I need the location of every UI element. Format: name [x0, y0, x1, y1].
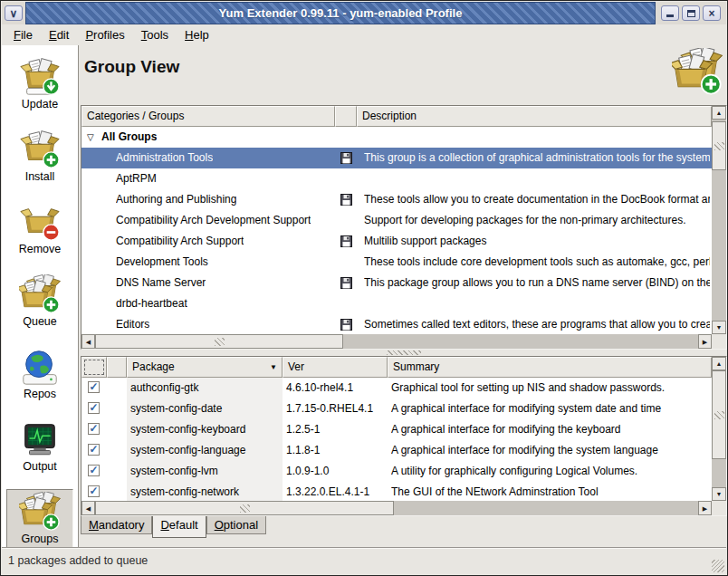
close-button[interactable]: × [703, 5, 721, 21]
group-tree-horizontal-scrollbar[interactable]: ◀ ▶ [81, 334, 712, 349]
group-row[interactable]: drbd-heartbeat [81, 293, 712, 314]
column-header-icon[interactable] [107, 357, 127, 378]
package-filter-tabs: Mandatory Default Optional [81, 516, 266, 538]
group-tree-body: ▽ All Groups Administration Tools This g… [81, 127, 712, 334]
menu-file[interactable]: File [5, 25, 41, 44]
package-row[interactable]: ✓ system-config-network 1.3.22.0.EL.4.1-… [81, 482, 712, 501]
scroll-left-icon[interactable]: ◀ [81, 501, 95, 515]
tab-mandatory[interactable]: Mandatory [81, 516, 152, 534]
update-box-icon [19, 57, 61, 97]
group-label: Development Tools [116, 252, 208, 273]
group-row[interactable]: DNS Name Server This package group allow… [81, 273, 712, 293]
menu-edit[interactable]: Edit [41, 25, 77, 44]
scroll-down-icon[interactable]: ▼ [712, 487, 726, 501]
check-icon: ✓ [89, 401, 98, 414]
group-view-queue-icon [672, 48, 723, 98]
groups-boxes-icon [19, 492, 61, 532]
check-icon: ✓ [89, 464, 98, 476]
group-row[interactable]: Editors Sometimes called text editors, t… [81, 314, 712, 334]
sidebar-item-groups[interactable]: Groups [6, 489, 73, 549]
package-row[interactable]: ✓ system-config-language 1.1.8-1 A graph… [81, 440, 712, 461]
sidebar-item-repos[interactable]: Repos [6, 344, 73, 404]
scroll-up-icon[interactable]: ▲ [712, 357, 726, 370]
scrollbar-thumb[interactable] [95, 501, 394, 515]
menu-profiles[interactable]: Profiles [77, 25, 132, 44]
check-icon: ✓ [89, 485, 98, 497]
package-summary: A graphical interface for modifying the … [391, 419, 708, 440]
scroll-left-icon[interactable]: ◀ [81, 334, 95, 349]
package-checkbox[interactable]: ✓ [88, 381, 100, 393]
sidebar-item-output[interactable]: Output [6, 417, 73, 476]
sidebar-item-label: Repos [24, 388, 56, 400]
package-checkbox[interactable]: ✓ [88, 444, 100, 456]
package-table-body: ✓ authconfig-gtk 4.6.10-rhel4.1 Graphica… [81, 378, 712, 501]
scroll-up-icon[interactable]: ▲ [712, 106, 726, 120]
pane-splitter[interactable] [81, 350, 727, 356]
column-header-categories-groups[interactable]: Categories / Groups [81, 106, 335, 127]
group-label: Compatibility Arch Development Support [116, 210, 311, 231]
group-row[interactable]: ▽ All Groups [81, 127, 712, 148]
install-box-icon [19, 130, 61, 169]
sort-descending-icon: ▼ [270, 364, 277, 371]
window-menu-icon: ∨ [10, 8, 18, 19]
sidebar-item-queue[interactable]: Queue [6, 272, 73, 331]
group-label: Administration Tools [116, 148, 213, 168]
app-window: ∨ Yum Extender 0.99.11 - yum-enabled Pro… [0, 0, 728, 576]
sidebar-item-label: Output [23, 460, 57, 473]
package-version: 1.7.15-0.RHEL4.1 [286, 398, 388, 419]
column-header-description[interactable]: Description [357, 106, 712, 127]
column-header-ver[interactable]: Ver [283, 357, 388, 378]
group-tree-vertical-scrollbar[interactable]: ▲ ▼ [712, 106, 726, 334]
package-table-vertical-scrollbar[interactable]: ▲ ▼ [712, 357, 726, 501]
package-name: system-config-lvm [130, 461, 279, 482]
package-checkbox[interactable]: ✓ [88, 402, 100, 414]
package-row[interactable]: ✓ system-config-date 1.7.15-0.RHEL4.1 A … [81, 398, 712, 419]
queue-boxes-icon [19, 274, 61, 314]
package-checkbox[interactable]: ✓ [88, 465, 100, 476]
group-label: Compatibility Arch Support [116, 231, 244, 252]
group-row[interactable]: Authoring and Publishing These tools all… [81, 189, 712, 210]
scroll-right-icon[interactable]: ▶ [698, 501, 712, 515]
expander-open-icon[interactable]: ▽ [87, 127, 94, 148]
sidebar-item-update[interactable]: Update [6, 54, 73, 114]
package-row[interactable]: ✓ system-config-lvm 1.0.9-1.0 A utility … [81, 461, 712, 482]
main-area: Group View Categories / Groups Descripti… [79, 45, 726, 547]
tab-default[interactable]: Default [152, 516, 206, 538]
resize-grip-icon[interactable] [712, 560, 724, 572]
package-table-horizontal-scrollbar[interactable]: ◀ ▶ [81, 501, 712, 515]
column-header-package[interactable]: Package▼ [127, 357, 283, 378]
group-row[interactable]: Compatibility Arch Development Support S… [81, 210, 712, 231]
menu-tools[interactable]: Tools [133, 25, 177, 44]
scroll-right-icon[interactable]: ▶ [698, 334, 712, 349]
column-header-checkbox[interactable] [81, 357, 107, 378]
group-row[interactable]: Compatibility Arch Support Multilib supp… [81, 231, 712, 252]
package-checkbox[interactable]: ✓ [88, 485, 100, 497]
package-checkbox[interactable]: ✓ [88, 423, 100, 435]
tab-optional[interactable]: Optional [206, 516, 266, 534]
package-row[interactable]: ✓ system-config-keyboard 1.2.5-1 A graph… [81, 419, 712, 440]
scrollbar-corner [712, 334, 726, 349]
package-row[interactable]: ✓ authconfig-gtk 4.6.10-rhel4.1 Graphica… [81, 378, 712, 398]
scrollbar-thumb[interactable] [95, 334, 343, 349]
package-name: system-config-keyboard [130, 419, 279, 440]
scrollbar-thumb[interactable] [712, 370, 726, 459]
floppy-disk-icon [340, 194, 352, 206]
close-icon: × [708, 8, 714, 19]
package-name: authconfig-gtk [130, 378, 279, 398]
scrollbar-thumb[interactable] [712, 121, 726, 170]
menu-help[interactable]: Help [177, 25, 217, 44]
group-row[interactable]: Development Tools These tools include co… [81, 252, 712, 273]
column-header-summary[interactable]: Summary [388, 357, 712, 378]
sidebar-item-remove[interactable]: Remove [6, 199, 73, 259]
group-row-selected[interactable]: Administration Tools This group is a col… [81, 148, 712, 168]
minimize-button[interactable] [661, 5, 679, 21]
package-name: system-config-network [130, 482, 279, 501]
window-menu-button[interactable]: ∨ [5, 5, 23, 21]
package-version: 4.6.10-rhel4.1 [286, 378, 388, 398]
scroll-down-icon[interactable]: ▼ [712, 321, 726, 334]
sidebar-item-install[interactable]: Install [6, 127, 73, 187]
group-row[interactable]: AptRPM [81, 168, 712, 189]
maximize-button[interactable] [682, 5, 700, 21]
package-summary: A graphical interface for modifying syst… [391, 398, 708, 419]
column-header-icon[interactable] [335, 106, 357, 127]
